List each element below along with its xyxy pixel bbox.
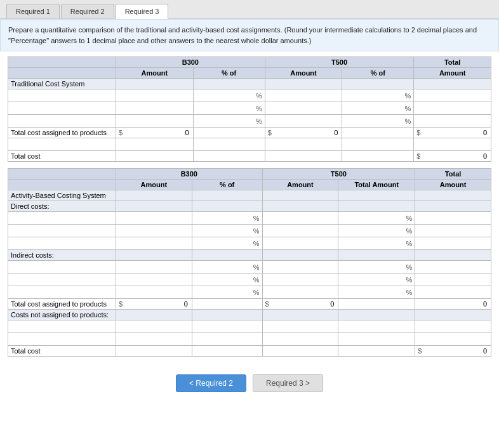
abc-dr3-t500-amt[interactable] <box>265 240 336 247</box>
trad-row2-t500-pct-input[interactable] <box>345 105 404 112</box>
abc-col-b300: B300 <box>116 169 263 180</box>
abc-ir3-total[interactable] <box>418 289 488 296</box>
abc-total-cost-row: Total cost $ <box>8 346 491 357</box>
abc-costs-not-row: Costs not assigned to products: <box>8 310 491 320</box>
abc-subh-empty <box>8 180 116 190</box>
abc-total-total-input[interactable] <box>418 300 488 308</box>
trad-total-total-input[interactable] <box>422 129 488 136</box>
trad-row2-b300-pct-input[interactable] <box>196 105 256 112</box>
trad-row3-b300-amt-input[interactable] <box>119 117 190 125</box>
abc-ir1-total[interactable] <box>418 263 488 271</box>
abc-subh-b300-pct: % of <box>192 180 262 190</box>
abc-total-cost-input[interactable] <box>423 347 488 355</box>
trad-col-b300: B300 <box>116 57 265 68</box>
abc-subh-b300-amt: Amount <box>116 180 192 190</box>
abc-ir2-t500-pct[interactable] <box>341 276 406 284</box>
abc-costs-not-row-2 <box>8 333 491 346</box>
abc-dr2-total[interactable] <box>418 227 488 235</box>
abc-total-b300-input[interactable] <box>124 300 189 308</box>
abc-dr3-total[interactable] <box>418 240 488 247</box>
trad-row2-b300-amt-input[interactable] <box>119 105 190 112</box>
trad-total-products-label: Total cost assigned to products <box>8 128 116 138</box>
next-button[interactable]: Required 3 > <box>253 374 323 392</box>
abc-col-t500: T500 <box>262 169 415 180</box>
trad-total-b300-input[interactable] <box>124 129 190 136</box>
abc-dr2-b300-amt[interactable] <box>119 227 189 235</box>
tab-required1[interactable]: Required 1 <box>6 4 60 18</box>
abc-subh-t500-amt: Amount <box>262 180 338 190</box>
abc-dr3-b300-amt[interactable] <box>119 240 189 247</box>
abc-dr2-t500-pct[interactable] <box>341 227 406 235</box>
abc-ir1-b300-pct[interactable] <box>195 263 253 271</box>
abc-indirect-row-2: % % <box>8 273 491 286</box>
abc-cn1-total[interactable] <box>418 323 488 331</box>
tab-required2[interactable]: Required 2 <box>61 4 114 18</box>
abc-dr1-b300-amt[interactable] <box>119 214 189 222</box>
trad-row3-total-input[interactable] <box>416 117 488 125</box>
abc-dr3-b300-pct[interactable] <box>195 240 253 247</box>
trad-total-cost-row: Total cost $ <box>8 151 491 162</box>
trad-row3-b300-pct-input[interactable] <box>196 117 256 125</box>
abc-dr1-b300-pct[interactable] <box>195 214 253 222</box>
abc-ir3-b300-pct[interactable] <box>195 289 253 296</box>
abc-ir1-t500-amt[interactable] <box>265 263 336 271</box>
abc-subh-t500-total-amt: Total Amount <box>338 180 415 190</box>
abc-ir2-t500-amt[interactable] <box>265 276 336 284</box>
trad-row1-b300-pct-input[interactable] <box>196 92 256 100</box>
trad-row3-b300-amt <box>116 115 194 128</box>
abc-ir3-b300-amt[interactable] <box>119 289 189 296</box>
abc-dr3-t500-pct[interactable] <box>341 240 406 247</box>
trad-row3-t500-pct-input[interactable] <box>345 117 404 125</box>
trad-row1-t500-pct-input[interactable] <box>345 92 404 100</box>
abc-dr1-total[interactable] <box>418 214 488 222</box>
abc-ir2-b300-pct[interactable] <box>195 276 253 284</box>
abc-ir1-t500-pct[interactable] <box>341 263 406 271</box>
abc-ir3-t500-pct[interactable] <box>341 289 406 296</box>
abc-dr1-t500-pct[interactable] <box>341 214 406 222</box>
trad-subh-total-amt: Amount <box>414 68 491 79</box>
abc-total-products-label: Total cost assigned to products <box>8 299 116 310</box>
trad-row3-t500-amt-input[interactable] <box>268 117 340 125</box>
trad-sec-t500-pct <box>342 79 414 89</box>
trad-row1-t500-amt <box>265 89 342 102</box>
abc-ir1-b300-amt[interactable] <box>119 263 189 271</box>
trad-row2-t500-amt-input[interactable] <box>268 105 340 112</box>
tab-required3[interactable]: Required 3 <box>116 4 169 19</box>
prev-button[interactable]: < Required 2 <box>176 374 246 392</box>
trad-total-b300-pct <box>193 128 265 138</box>
trad-row2-label <box>8 102 116 115</box>
abc-dr2-b300-pct[interactable] <box>195 227 253 235</box>
trad-col-t500: T500 <box>265 57 414 68</box>
abc-dr2-t500-amt[interactable] <box>265 227 336 235</box>
abc-ir3-t500-amt[interactable] <box>265 289 336 296</box>
abc-ir2-b300-amt[interactable] <box>119 276 189 284</box>
abc-col-total: Total <box>415 169 491 180</box>
trad-col-label <box>8 57 116 68</box>
abc-ir2-total[interactable] <box>418 276 488 284</box>
pct-sym-2: % <box>405 92 411 100</box>
trad-row2-t500-pct: % <box>342 102 414 115</box>
trad-row2-b300-pct: % <box>193 102 265 115</box>
trad-row1-total-input[interactable] <box>416 92 488 100</box>
main-content: B300 T500 Total Amount % of Amount % of … <box>0 51 499 368</box>
trad-sec-b300-pct <box>193 79 265 89</box>
trad-total-t500-input[interactable] <box>273 129 339 136</box>
trad-sec-t500-amt <box>265 79 342 89</box>
trad-section-row: Traditional Cost System <box>8 79 491 89</box>
trad-row1-t500-amt-input[interactable] <box>268 92 340 100</box>
abc-dr1-t500-amt[interactable] <box>265 214 336 222</box>
abc-cn1-b300[interactable] <box>119 323 189 331</box>
abc-cn1-t500[interactable] <box>265 323 336 331</box>
trad-row2-total-input[interactable] <box>416 105 488 112</box>
trad-row1-b300-amt-input[interactable] <box>119 92 190 100</box>
trad-subh-t500-amt: Amount <box>265 68 342 79</box>
abc-cn2-total[interactable] <box>418 336 488 343</box>
trad-row3-t500-amt <box>265 115 342 128</box>
abc-cn2-t500[interactable] <box>265 336 336 343</box>
instructions-text: Prepare a quantitative comparison of the… <box>8 26 477 44</box>
abc-total-products-row: Total cost assigned to products $ $ <box>8 299 491 310</box>
trad-row1-label <box>8 89 116 102</box>
abc-total-t500-input[interactable] <box>270 300 336 308</box>
abc-cn2-b300[interactable] <box>119 336 189 343</box>
trad-total-cost-input[interactable] <box>422 152 488 160</box>
